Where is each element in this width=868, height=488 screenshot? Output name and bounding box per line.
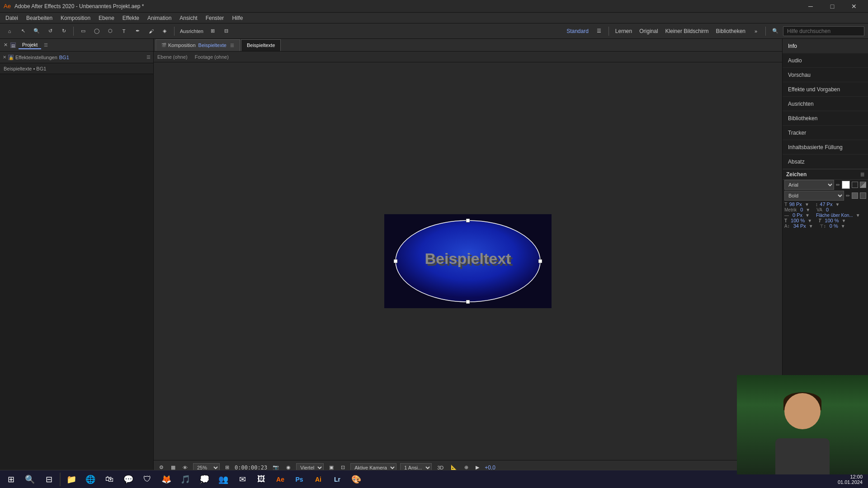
taskbar-firefox-btn[interactable]: 🦊 (157, 471, 175, 488)
taskbar-messenger-btn[interactable]: 💭 (195, 471, 213, 488)
comp-viewport[interactable]: Beispieltext Beispieltext (154, 62, 782, 460)
taskbar-browser-btn[interactable]: 🌐 (81, 471, 99, 488)
scale-h-value[interactable]: 100 % (791, 218, 805, 223)
menu-ebene[interactable]: Ebene (95, 14, 118, 22)
taskbar-antivirus-btn[interactable]: 🛡 (138, 471, 156, 488)
font-pencil-icon[interactable]: ✏ (836, 182, 840, 188)
menu-komposition[interactable]: Komposition (57, 14, 94, 22)
taskbar-store-btn[interactable]: 🛍 (100, 471, 118, 488)
taskbar-photos-btn[interactable]: 🖼 (252, 471, 270, 488)
brush-tool[interactable]: 🖌 (145, 25, 157, 37)
taskbar-media-btn[interactable]: 🎵 (176, 471, 194, 488)
font-family-select[interactable]: Arial (784, 180, 834, 190)
scale-row: T 100 % ▼ T 100 % ▼ (783, 218, 868, 223)
comp-tab-beispieltexte[interactable]: Beispieltexte (241, 39, 281, 51)
taskbar-mail-btn[interactable]: ✉ (233, 471, 251, 488)
taskbar-taskview-btn[interactable]: ⊟ (40, 471, 58, 488)
right-panel-audio[interactable]: Audio (783, 53, 868, 68)
flache-value[interactable]: Fläche über Kon... (816, 213, 853, 218)
panel-menu-icon[interactable]: ☰ (44, 42, 48, 47)
poly-tool[interactable]: ⬡ (104, 25, 116, 37)
ausrichten-label[interactable]: Ausrichten (178, 28, 205, 34)
taskbar-whatsapp-btn[interactable]: 💬 (119, 471, 137, 488)
menu-bearbeiten[interactable]: Bearbeiten (23, 14, 56, 22)
align-left[interactable]: ⊞ (207, 25, 219, 37)
font-style-pencil-icon[interactable]: ✏ (846, 193, 850, 199)
project-close-icon[interactable]: ✕ (4, 42, 8, 48)
project-tab[interactable]: Projekt (19, 41, 41, 49)
va-value[interactable]: 0 (826, 207, 829, 212)
font-swap-swatch[interactable] (860, 182, 866, 188)
standard-label[interactable]: Standard (564, 27, 591, 35)
taskbar-social-btn[interactable]: 👥 (214, 471, 232, 488)
zoom-tool[interactable]: 🔍 (31, 25, 42, 37)
font-color-swatch[interactable] (842, 181, 850, 189)
workspace-menu[interactable]: ☰ (593, 25, 605, 37)
stroke-value[interactable]: 0 Px (793, 212, 802, 218)
right-panel-info[interactable]: Info (783, 39, 868, 53)
rotate-left-tool[interactable]: ↺ (44, 25, 56, 37)
effect-layer-label[interactable]: BG1 (59, 55, 69, 60)
minimize-button[interactable]: ─ (800, 0, 821, 13)
svg-rect-3 (466, 219, 470, 222)
text-tool[interactable]: T (118, 25, 130, 37)
taskbar-ai-btn[interactable]: Ai (309, 471, 327, 488)
menu-datei[interactable]: Datei (2, 14, 22, 22)
ellipse-tool[interactable]: ◯ (91, 25, 103, 37)
rotate-right-tool[interactable]: ↻ (58, 25, 70, 37)
scale-v-value[interactable]: 100 % (825, 218, 839, 223)
fill-tool[interactable]: ◈ (159, 25, 170, 37)
maximize-button[interactable]: □ (822, 0, 843, 13)
taskbar-start-btn[interactable]: ⊞ (2, 471, 20, 488)
comp-menu-icon[interactable]: ☰ (230, 43, 234, 48)
font-extra-swatch2[interactable] (860, 192, 866, 199)
search-icon[interactable]: 🔍 (769, 25, 781, 37)
bibliotheken-label[interactable]: Bibliotheken (713, 27, 748, 35)
original-label[interactable]: Original (637, 27, 660, 35)
taskbar-search-btn[interactable]: 🔍 (21, 471, 39, 488)
menu-ansicht[interactable]: Ansicht (176, 14, 201, 22)
lernen-label[interactable]: Lernen (613, 27, 635, 35)
taskbar-ae-btn[interactable]: Ae (271, 471, 289, 488)
ebene-label: Ebene (ohne) (157, 54, 188, 60)
ae-logo: Ae (4, 3, 11, 9)
effect-menu-icon[interactable]: ☰ (146, 55, 151, 60)
right-panel-absatz[interactable]: Absatz (783, 155, 868, 169)
taskbar-ps-btn[interactable]: Ps (290, 471, 308, 488)
menu-fenster[interactable]: Fenster (202, 14, 228, 22)
font-size-value[interactable]: 98 Px (789, 202, 802, 207)
home-tool[interactable]: ⌂ (4, 25, 15, 37)
sep2 (174, 27, 175, 36)
right-panel-effekte[interactable]: Effekte und Vorgaben (783, 82, 868, 97)
menu-effekte[interactable]: Effekte (119, 14, 143, 22)
align-right[interactable]: ⊟ (221, 25, 232, 37)
menu-hilfe[interactable]: Hilfe (228, 14, 246, 22)
zeichen-menu-icon[interactable]: ☰ (860, 172, 864, 177)
select-tool[interactable]: ↖ (17, 25, 29, 37)
metrik-value[interactable]: 0 (800, 207, 803, 212)
komposition-text: Komposition (168, 42, 196, 48)
font-extra-swatch1[interactable] (852, 192, 858, 199)
pen-tool[interactable]: ✒ (132, 25, 143, 37)
more-workspaces[interactable]: » (750, 25, 762, 37)
line-height-value[interactable]: 47 Px (820, 202, 832, 207)
right-panel-inhaltsbasierte[interactable]: Inhaltsbasierte Füllung (783, 140, 868, 155)
right-panel-bibliotheken[interactable]: Bibliotheken (783, 111, 868, 126)
rect-tool[interactable]: ▭ (77, 25, 89, 37)
taskbar-files-btn[interactable]: 📁 (62, 471, 80, 488)
close-button[interactable]: ✕ (844, 0, 864, 13)
right-panel-ausrichten[interactable]: Ausrichten (783, 97, 868, 111)
right-panel-tracker[interactable]: Tracker (783, 126, 868, 140)
right-panel-vorschau[interactable]: Vorschau (783, 68, 868, 82)
font-style-select[interactable]: BoldRegularItalic (784, 191, 844, 201)
help-search-input[interactable] (783, 26, 864, 36)
taskbar-lr-btn[interactable]: Lr (328, 471, 346, 488)
baseline-value[interactable]: 34 Px (793, 223, 806, 229)
kleiner-label[interactable]: Kleiner Bildschirm (663, 27, 712, 35)
taskbar-extra-btn[interactable]: 🎨 (347, 471, 365, 488)
titlebar-controls[interactable]: ─ □ ✕ (800, 0, 864, 13)
close-effect-icon[interactable]: ✕ (3, 55, 6, 60)
font-stroke-swatch[interactable] (852, 182, 858, 188)
menu-animation[interactable]: Animation (144, 14, 175, 22)
tsun-value[interactable]: 0 % (830, 223, 838, 229)
